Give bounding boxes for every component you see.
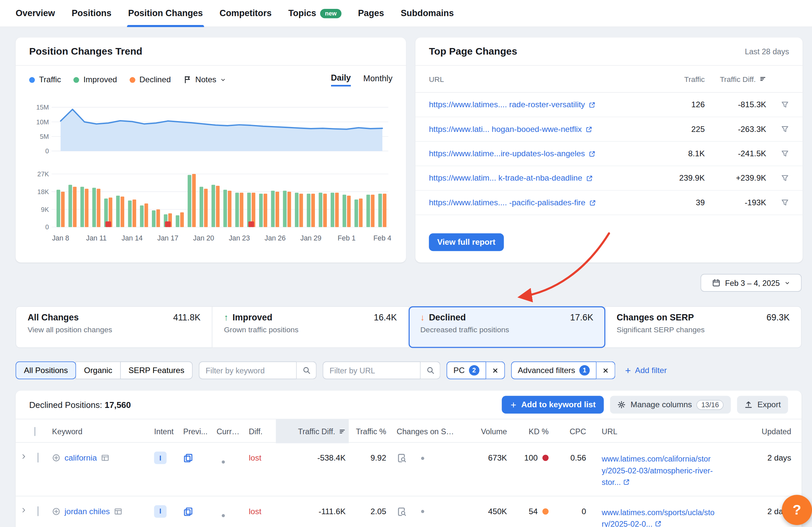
page-url-link[interactable]: https://www.latim... k-trade-at-nba-dead…	[429, 173, 648, 183]
row-checkbox[interactable]	[38, 453, 39, 462]
page-url-link[interactable]: https://www.lati... hogan-booed-wwe-netf…	[429, 124, 648, 133]
all-changes-value: 411.8K	[173, 313, 201, 323]
filter-funnel-icon[interactable]	[781, 198, 789, 206]
serp-changes-icon[interactable]	[396, 453, 406, 463]
declined-positions-count: 17,560	[104, 400, 131, 409]
legend-declined-label: Declined	[140, 75, 171, 84]
page-url-link[interactable]: https://www.latimes.... rade-roster-vers…	[429, 100, 648, 109]
tab-serp-features[interactable]: SERP Features	[120, 361, 193, 379]
tab-daily[interactable]: Daily	[331, 73, 351, 86]
svg-text:Jan 26: Jan 26	[265, 234, 286, 242]
top-pages-rows: https://www.latimes.... rade-roster-vers…	[415, 93, 802, 215]
page-url-link[interactable]: https://www.latimes.... -pacific-palisad…	[429, 198, 648, 207]
header-updated[interactable]: Updated	[719, 427, 801, 436]
result-url-link[interactable]: www.latimes.com/california/story/2025-02…	[601, 454, 713, 486]
search-icon	[426, 366, 434, 374]
tab-all-positions[interactable]: All Positions	[15, 361, 76, 379]
advanced-filters-remove[interactable]	[596, 361, 615, 379]
legend-declined[interactable]: Declined	[130, 75, 171, 84]
header-traffic-diff[interactable]: Traffic Diff.	[276, 419, 349, 443]
svg-text:Jan 11: Jan 11	[86, 234, 107, 242]
keyword-link[interactable]: california	[64, 453, 97, 462]
header-cpc[interactable]: CPC	[552, 427, 589, 436]
nav-overview[interactable]: Overview	[7, 0, 63, 27]
tab-organic[interactable]: Organic	[76, 361, 121, 379]
nav-position-changes[interactable]: Position Changes	[120, 0, 211, 27]
url-filter-input[interactable]	[323, 361, 421, 379]
help-button[interactable]: ?	[782, 495, 812, 525]
notes-label: Notes	[195, 75, 216, 84]
add-filter-button[interactable]: Add filter	[625, 366, 667, 375]
header-intent[interactable]: Intent	[151, 427, 180, 436]
date-range-picker[interactable]: Feb 3 – 4, 2025	[700, 274, 801, 292]
view-full-report-button[interactable]: View full report	[429, 233, 504, 251]
svg-text:5M: 5M	[40, 133, 49, 140]
nav-topics[interactable]: Topics new	[280, 0, 350, 27]
legend-improved[interactable]: Improved	[74, 75, 117, 84]
previous-serp-icon[interactable]	[180, 453, 213, 463]
keyword-search-button[interactable]	[297, 361, 317, 379]
traffic-pct-value: 2.05	[349, 507, 389, 516]
card-improved[interactable]: ↑ Improved 16.4K Grown traffic positions	[212, 306, 409, 348]
legend-traffic[interactable]: Traffic	[29, 75, 61, 84]
header-diff[interactable]: Diff.	[246, 427, 276, 436]
header-keyword[interactable]: Keyword	[49, 427, 151, 436]
notes-dropdown[interactable]: Notes	[184, 75, 226, 84]
svg-text:Jan 8: Jan 8	[52, 234, 69, 242]
nav-competitors[interactable]: Competitors	[211, 0, 280, 27]
header-kd[interactable]: KD %	[510, 427, 552, 436]
previous-serp-icon[interactable]	[180, 507, 213, 516]
expand-row-button[interactable]	[15, 507, 31, 513]
header-traffic-pct[interactable]: Traffic %	[349, 427, 389, 436]
header-previous[interactable]: Previ...	[180, 427, 213, 436]
serp-snapshot-icon[interactable]	[101, 454, 109, 462]
filter-funnel-icon[interactable]	[781, 149, 789, 158]
filter-funnel-icon[interactable]	[781, 174, 789, 182]
advanced-filters-label[interactable]: Advanced filters 1	[511, 361, 596, 379]
add-keyword-icon[interactable]	[52, 507, 60, 515]
nav-positions[interactable]: Positions	[63, 0, 120, 27]
export-button[interactable]: Export	[737, 396, 788, 413]
cpc-value: 0.56	[552, 453, 589, 462]
add-to-keyword-list-button[interactable]: Add to keyword list	[502, 396, 604, 413]
improved-subtitle: Grown traffic positions	[224, 326, 397, 334]
expand-row-button[interactable]	[15, 453, 31, 460]
card-all-changes[interactable]: All Changes 411.8K View all position cha…	[15, 306, 212, 348]
filter-funnel-icon[interactable]	[781, 125, 789, 133]
updated-value: 2 days	[719, 453, 801, 462]
tab-monthly[interactable]: Monthly	[363, 74, 392, 86]
filter-funnel-icon[interactable]	[781, 101, 789, 109]
header-changes-on-serp[interactable]: Changes on SERP	[389, 427, 462, 436]
external-link-icon	[623, 479, 630, 486]
card-declined[interactable]: ↓ Declined 17.6K Decreased traffic posit…	[408, 306, 605, 348]
header-checkbox[interactable]	[31, 427, 49, 436]
manage-columns-button[interactable]: Manage columns 13/16	[610, 396, 731, 413]
all-changes-subtitle: View all position changes	[28, 326, 201, 334]
close-icon	[602, 367, 609, 374]
card-changes-on-serp[interactable]: Changes on SERP 69.3K Significant SERP c…	[605, 306, 801, 348]
page-url-link[interactable]: https://www.latime...ire-updates-los-ang…	[429, 149, 648, 158]
url-search-button[interactable]	[421, 361, 440, 379]
pc-chip-label[interactable]: PC 2	[447, 361, 486, 379]
top-navigation: Overview Positions Position Changes Comp…	[0, 0, 812, 27]
serp-changes-icon[interactable]	[396, 507, 406, 516]
nav-pages[interactable]: Pages	[350, 0, 392, 27]
pc-chip-remove[interactable]	[486, 361, 505, 379]
header-url[interactable]: URL	[589, 427, 719, 436]
keyword-filter-input[interactable]	[199, 361, 297, 379]
row-checkbox[interactable]	[38, 506, 39, 516]
add-keyword-icon[interactable]	[52, 454, 60, 462]
result-url-link[interactable]: www.latimes.com/sports/ucla/story/2025-0…	[601, 508, 714, 527]
keyword-link[interactable]: jordan chiles	[64, 507, 110, 516]
top-pages-header: Top Page Changes Last 28 days	[415, 38, 802, 66]
col-traffic[interactable]: Traffic	[648, 75, 705, 83]
serp-snapshot-icon[interactable]	[114, 507, 122, 515]
nav-subdomains[interactable]: Subdomains	[392, 0, 462, 27]
table-header-row: Keyword Intent Previ... Current Diff. Tr…	[15, 419, 801, 443]
position-type-tabs: All Positions Organic SERP Features	[15, 361, 193, 379]
col-traffic-diff[interactable]: Traffic Diff.	[705, 75, 766, 83]
close-icon	[492, 367, 499, 374]
header-volume[interactable]: Volume	[462, 427, 510, 436]
header-current[interactable]: Current	[213, 427, 246, 436]
table-toolbar: Declined Positions: 17,560 Add to keywor…	[15, 390, 801, 418]
